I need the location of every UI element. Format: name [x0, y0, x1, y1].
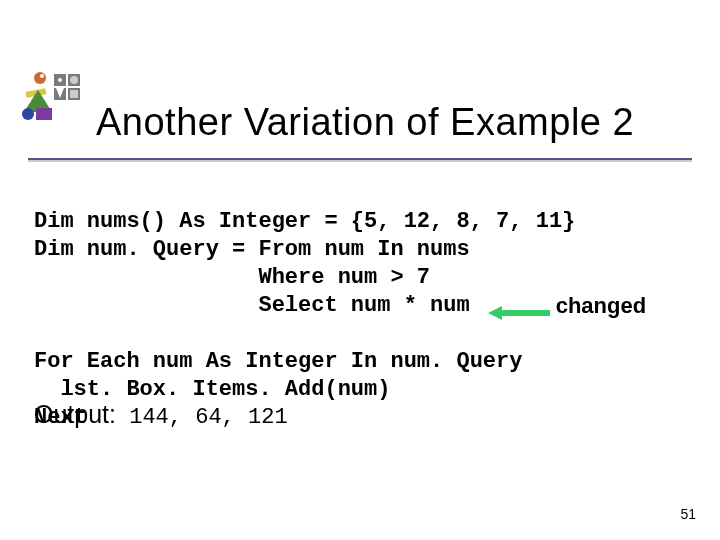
annotation-label: changed: [556, 292, 646, 320]
svg-point-4: [58, 78, 62, 82]
output-values: 144, 64, 121: [116, 405, 288, 430]
title-underline: [28, 158, 692, 160]
code-line: Dim num. Query = From num In nums: [34, 237, 470, 262]
slide-header: Another Variation of Example 2: [20, 82, 700, 144]
svg-point-9: [40, 74, 44, 78]
slide: Another Variation of Example 2 Dim nums(…: [0, 0, 720, 540]
arrow-left-icon: [488, 299, 550, 313]
code-line: Select num * num: [34, 292, 470, 320]
svg-point-5: [70, 76, 78, 84]
svg-marker-14: [488, 306, 550, 320]
code-line: lst. Box. Items. Add(num): [34, 377, 390, 402]
logo-icon: [20, 68, 82, 130]
annotation: changed: [488, 292, 646, 320]
page-number: 51: [680, 506, 696, 522]
code-block: Dim nums() As Integer = {5, 12, 8, 7, 11…: [34, 180, 700, 432]
slide-title: Another Variation of Example 2: [96, 101, 634, 144]
code-line: Dim nums() As Integer = {5, 12, 8, 7, 11…: [34, 209, 575, 234]
output-line: Output: 144, 64, 121: [34, 400, 288, 430]
svg-point-8: [34, 72, 46, 84]
code-line: Where num > 7: [34, 265, 430, 290]
svg-point-12: [22, 108, 34, 120]
code-line: For Each num As Integer In num. Query: [34, 349, 522, 374]
svg-rect-7: [70, 90, 78, 98]
output-label: Output:: [34, 400, 116, 428]
svg-rect-13: [36, 108, 52, 120]
